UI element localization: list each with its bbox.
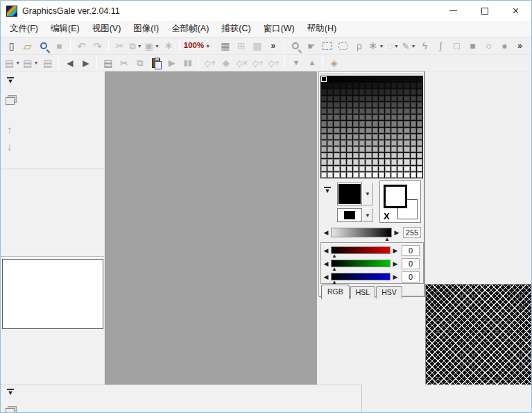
palette-swatch[interactable]	[347, 83, 352, 88]
palette-swatch[interactable]	[417, 128, 422, 133]
palette-swatch[interactable]	[379, 115, 384, 120]
palette-swatch[interactable]	[411, 146, 416, 152]
palette-swatch[interactable]	[321, 115, 327, 120]
palette-swatch[interactable]	[321, 159, 327, 165]
palette-swatch[interactable]	[353, 89, 359, 94]
red-slider-increase-button[interactable]: ▶	[392, 246, 399, 255]
palette-swatch[interactable]	[366, 108, 371, 114]
palette-swatch[interactable]	[359, 128, 365, 133]
palette-swatch[interactable]	[397, 159, 403, 165]
palette-swatch[interactable]	[372, 108, 378, 114]
palette-swatch[interactable]	[366, 96, 371, 101]
merge-layer[interactable]: ◇+	[250, 56, 265, 70]
palette-swatch[interactable]	[359, 89, 365, 94]
palette-swatch[interactable]	[347, 115, 352, 120]
duplicate-frame-dropdown[interactable]: ▼	[33, 60, 38, 65]
palette-swatch[interactable]	[341, 166, 346, 171]
magic-wand-tool-dropdown[interactable]: ▼	[379, 44, 384, 49]
zoom-level[interactable]: 100%▼	[183, 39, 210, 53]
palette-swatch[interactable]	[397, 146, 403, 152]
palette-swatch[interactable]	[334, 102, 339, 108]
green-slider-decrease-button[interactable]: ◀	[323, 260, 329, 268]
zoom-tool[interactable]	[288, 39, 302, 53]
palette-swatch[interactable]	[397, 102, 403, 108]
palette-swatch[interactable]	[366, 76, 371, 82]
palette-swatch[interactable]	[391, 83, 397, 88]
palette-swatch[interactable]	[321, 89, 327, 94]
palette-swatch[interactable]	[353, 115, 359, 120]
swap-colors-label[interactable]: X	[384, 211, 390, 221]
palette-swatch[interactable]	[341, 96, 346, 101]
select-ellipse-tool-dropdown[interactable]: ▼	[394, 44, 399, 49]
palette-swatch[interactable]	[327, 153, 333, 158]
secondary-color-swatch[interactable]	[337, 208, 362, 222]
filled-ellipse-tool[interactable]: ●	[497, 39, 512, 53]
menu-image[interactable]: 图像(I)	[127, 21, 165, 37]
palette-swatch[interactable]	[341, 128, 346, 133]
play-animation[interactable]: ▶	[164, 56, 179, 70]
cut[interactable]: ✂	[112, 39, 127, 53]
palette-swatch[interactable]	[353, 134, 359, 140]
palette-swatch[interactable]	[411, 128, 416, 133]
palette-swatch[interactable]	[341, 83, 346, 88]
palette-swatch[interactable]	[372, 146, 378, 152]
palette-swatch[interactable]	[359, 134, 365, 140]
tab-rgb[interactable]: RGB	[321, 285, 350, 299]
palette-swatch[interactable]	[347, 128, 352, 133]
palette-swatch[interactable]	[372, 153, 378, 158]
primary-color-dropdown[interactable]: ▼	[362, 183, 373, 205]
palette-swatch[interactable]	[385, 159, 391, 165]
paste[interactable]: ▣▼	[144, 39, 160, 53]
palette-swatch[interactable]	[417, 159, 422, 165]
select-ellipse-tool[interactable]: ◌▼	[386, 39, 400, 53]
palette-swatch[interactable]	[379, 159, 384, 165]
palette-swatch[interactable]	[385, 140, 391, 146]
green-slider-increase-button[interactable]: ▶	[392, 260, 399, 268]
window-maximize-button[interactable]	[469, 1, 500, 21]
pen-tool-dropdown[interactable]: ▼	[411, 44, 415, 49]
palette-swatch[interactable]	[379, 89, 384, 94]
palette-swatch[interactable]	[321, 108, 327, 114]
palette-swatch[interactable]	[353, 153, 359, 158]
palette-swatch[interactable]	[359, 115, 365, 120]
palette-swatch[interactable]	[334, 153, 339, 158]
palette-swatch[interactable]	[385, 76, 391, 82]
toolbar-overflow-1[interactable]: »	[266, 39, 280, 53]
palette-swatch[interactable]	[417, 83, 422, 88]
palette-swatch[interactable]	[327, 96, 333, 101]
frame-panel-tool-button[interactable]	[6, 406, 15, 413]
layer-properties[interactable]: ◈	[327, 56, 341, 70]
palette-swatch[interactable]	[404, 102, 409, 108]
palette-swatch[interactable]	[391, 172, 397, 178]
palette-swatch[interactable]	[347, 166, 352, 171]
palette-swatch[interactable]	[397, 166, 403, 171]
pen-tool[interactable]: ✎▼	[402, 39, 416, 53]
palette-swatch[interactable]	[417, 89, 422, 94]
palette-swatch[interactable]	[334, 140, 339, 146]
palette-swatch[interactable]	[334, 96, 339, 101]
palette-swatch[interactable]	[327, 102, 333, 108]
palette-swatch[interactable]	[366, 83, 371, 88]
red-slider[interactable]: ▲	[331, 246, 391, 254]
palette-swatch[interactable]	[334, 121, 339, 126]
palette-swatch[interactable]	[397, 153, 403, 158]
redo[interactable]: ↷	[90, 39, 105, 53]
palette-swatch[interactable]	[366, 159, 371, 165]
palette-swatch[interactable]	[366, 140, 371, 146]
palette-swatch[interactable]	[379, 172, 384, 178]
paste-as-new-image[interactable]: ∗	[161, 39, 175, 53]
palette-swatch[interactable]	[359, 108, 365, 114]
cut-frame[interactable]: ✂	[117, 56, 131, 70]
import-frames[interactable]: ▤	[101, 56, 115, 70]
palette-swatch[interactable]	[366, 102, 371, 108]
palette-swatch[interactable]	[341, 146, 346, 152]
palette-swatch[interactable]	[366, 134, 371, 140]
menu-all-frames[interactable]: 全部帧(A)	[165, 21, 215, 37]
palette-swatch[interactable]	[359, 159, 365, 165]
palette-swatch[interactable]	[341, 89, 346, 94]
ellipse-tool[interactable]: ○	[481, 39, 496, 53]
palette-swatch[interactable]	[341, 140, 346, 146]
palette-swatch[interactable]	[341, 115, 346, 120]
palette-swatch[interactable]	[385, 153, 391, 158]
palette-swatch[interactable]	[334, 172, 339, 178]
